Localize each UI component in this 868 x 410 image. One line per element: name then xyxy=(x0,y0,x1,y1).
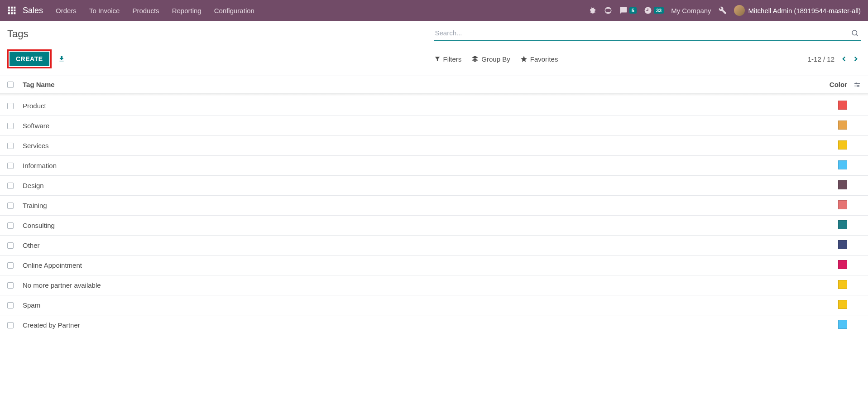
svg-line-11 xyxy=(856,34,858,36)
pager-prev-icon[interactable] xyxy=(839,54,849,64)
color-swatch[interactable] xyxy=(838,320,847,329)
support-icon[interactable] xyxy=(604,6,612,14)
row-checkbox[interactable] xyxy=(7,123,14,129)
avatar xyxy=(734,5,745,16)
row-checkbox[interactable] xyxy=(7,222,14,229)
groupby-menu[interactable]: Group By xyxy=(471,55,510,63)
pager: 1-12 / 12 xyxy=(808,54,861,64)
row-checkbox[interactable] xyxy=(7,302,14,309)
create-highlight: CREATE xyxy=(7,49,52,68)
optional-columns-icon[interactable] xyxy=(854,81,861,88)
row-name: Consulting xyxy=(23,222,838,229)
menu-configuration[interactable]: Configuration xyxy=(214,7,254,14)
row-name: No more partner available xyxy=(23,281,838,289)
import-icon[interactable] xyxy=(58,55,65,63)
color-swatch[interactable] xyxy=(838,280,847,289)
tools-icon[interactable] xyxy=(719,6,727,14)
table-row[interactable]: Other xyxy=(0,236,868,256)
row-name: Software xyxy=(23,122,838,130)
svg-point-15 xyxy=(858,85,859,87)
company-switcher[interactable]: My Company xyxy=(671,7,711,14)
table-row[interactable]: Services xyxy=(0,136,868,156)
svg-rect-8 xyxy=(14,12,15,14)
svg-point-10 xyxy=(852,30,857,35)
favorites-menu[interactable]: Favorites xyxy=(520,55,558,63)
row-checkbox[interactable] xyxy=(7,242,14,249)
row-name: Training xyxy=(23,202,838,209)
activity-badge: 33 xyxy=(654,7,664,14)
main-menu: Orders To Invoice Products Reporting Con… xyxy=(56,7,254,14)
svg-rect-2 xyxy=(14,7,15,9)
chat-badge: 5 xyxy=(629,7,637,14)
row-checkbox[interactable] xyxy=(7,103,14,109)
color-swatch[interactable] xyxy=(838,180,847,189)
row-checkbox[interactable] xyxy=(7,163,14,169)
row-checkbox[interactable] xyxy=(7,322,14,328)
debug-icon[interactable] xyxy=(589,6,597,14)
page-title: Tags xyxy=(7,26,434,40)
row-name: Spam xyxy=(23,301,838,309)
menu-reporting[interactable]: Reporting xyxy=(172,7,201,14)
menu-products[interactable]: Products xyxy=(132,7,159,14)
svg-rect-6 xyxy=(8,12,10,14)
table-row[interactable]: Design xyxy=(0,176,868,196)
create-button[interactable]: CREATE xyxy=(10,52,49,66)
svg-rect-1 xyxy=(11,7,13,9)
table-row[interactable]: Created by Partner xyxy=(0,315,868,335)
row-checkbox[interactable] xyxy=(7,183,14,189)
table-row[interactable]: Online Appointment xyxy=(0,256,868,275)
row-checkbox[interactable] xyxy=(7,203,14,209)
row-name: Product xyxy=(23,102,838,110)
search-options: Filters Group By Favorites xyxy=(434,55,558,63)
svg-rect-4 xyxy=(11,10,13,11)
color-swatch[interactable] xyxy=(838,121,847,130)
filters-label: Filters xyxy=(443,55,462,63)
row-name: Design xyxy=(23,182,838,189)
table-row[interactable]: Product xyxy=(0,96,868,116)
color-swatch[interactable] xyxy=(838,101,847,110)
list-header: Tag Name Color xyxy=(0,76,868,93)
messaging-menu[interactable]: 5 xyxy=(619,6,637,14)
svg-rect-3 xyxy=(8,10,10,11)
list-rows: ProductSoftwareServicesInformationDesign… xyxy=(0,96,868,335)
color-swatch[interactable] xyxy=(838,300,847,309)
row-checkbox[interactable] xyxy=(7,143,14,149)
table-row[interactable]: Information xyxy=(0,156,868,176)
color-swatch[interactable] xyxy=(838,260,847,269)
color-swatch[interactable] xyxy=(838,160,847,169)
svg-point-14 xyxy=(856,83,857,84)
filters-menu[interactable]: Filters xyxy=(434,55,462,63)
control-panel: Tags CREATE Filters xyxy=(0,21,868,75)
row-name: Services xyxy=(23,142,838,150)
apps-icon[interactable] xyxy=(7,6,16,15)
pager-range[interactable]: 1-12 / 12 xyxy=(808,55,834,63)
table-row[interactable]: Spam xyxy=(0,295,868,315)
column-color: Color xyxy=(830,81,847,88)
groupby-label: Group By xyxy=(481,55,510,63)
row-name: Other xyxy=(23,241,838,249)
svg-rect-5 xyxy=(14,10,15,11)
navbar: Sales Orders To Invoice Products Reporti… xyxy=(0,0,868,21)
select-all-checkbox[interactable] xyxy=(7,82,14,88)
color-swatch[interactable] xyxy=(838,220,847,229)
activity-menu[interactable]: 33 xyxy=(644,6,664,14)
table-row[interactable]: Software xyxy=(0,116,868,136)
search-input[interactable] xyxy=(434,26,849,39)
search-bar xyxy=(434,26,861,41)
table-row[interactable]: No more partner available xyxy=(0,275,868,295)
table-row[interactable]: Consulting xyxy=(0,216,868,236)
username-label: Mitchell Admin (18919544-master-all) xyxy=(748,7,861,14)
table-row[interactable]: Training xyxy=(0,196,868,216)
pager-next-icon[interactable] xyxy=(851,54,861,64)
color-swatch[interactable] xyxy=(838,200,847,209)
color-swatch[interactable] xyxy=(838,240,847,249)
app-brand[interactable]: Sales xyxy=(23,6,43,15)
column-tag-name[interactable]: Tag Name xyxy=(23,81,830,88)
search-icon[interactable] xyxy=(849,27,861,39)
menu-to-invoice[interactable]: To Invoice xyxy=(89,7,120,14)
row-checkbox[interactable] xyxy=(7,262,14,269)
menu-orders[interactable]: Orders xyxy=(56,7,77,14)
user-menu[interactable]: Mitchell Admin (18919544-master-all) xyxy=(734,5,861,16)
color-swatch[interactable] xyxy=(838,140,847,150)
row-checkbox[interactable] xyxy=(7,282,14,289)
